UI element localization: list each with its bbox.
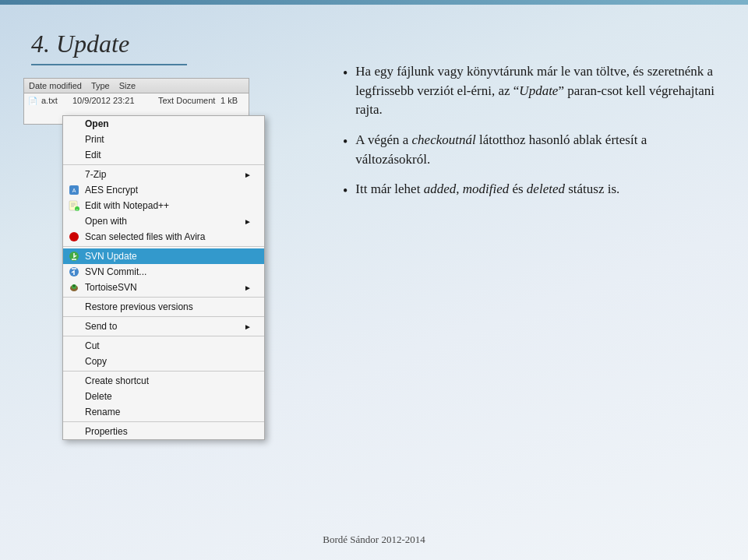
menu-label-aes: AES Encrypt — [85, 185, 138, 195]
menu-label-openwith: Open with — [85, 216, 127, 227]
bullet-symbol-3: • — [343, 181, 348, 201]
menu-item-avira[interactable]: Scan selected files with Avira — [63, 229, 264, 245]
bullet-item-2: • A végén a checkoutnál látotthoz hasonl… — [343, 131, 725, 169]
menu-item-copy[interactable]: Copy — [63, 354, 264, 369]
menu-sep-1 — [63, 164, 264, 165]
arrow-icon: ► — [244, 171, 252, 179]
menu-item-openwith[interactable]: Open with ► — [63, 213, 264, 229]
menu-sep-3 — [63, 297, 264, 298]
menu-item-delete[interactable]: Delete — [63, 389, 264, 404]
col-date: Date modified — [24, 80, 86, 91]
file-size: 1 kB — [221, 96, 238, 105]
menu-sep-2 — [63, 246, 264, 247]
context-menu: Open Print Edit 7-Zip ► A AES Encrypt — [62, 115, 265, 440]
svg-text:A: A — [72, 188, 76, 193]
bullet-symbol-2: • — [343, 132, 348, 152]
menu-label-rename: Rename — [85, 407, 120, 417]
sendto-arrow-icon: ► — [244, 322, 252, 331]
menu-item-edit[interactable]: Edit — [63, 147, 264, 163]
bullet-text-3: Itt már lehet added, modified és deleted… — [355, 180, 725, 199]
openwith-arrow-icon: ► — [244, 217, 252, 226]
menu-item-properties[interactable]: Properties — [63, 424, 264, 439]
file-type: Text Document — [158, 96, 221, 105]
menu-label-svn-update: SVN Update — [85, 251, 137, 262]
menu-item-open[interactable]: Open — [63, 116, 264, 132]
file-name: a.txt — [41, 96, 72, 105]
col-size: Size — [115, 80, 140, 91]
menu-label-print: Print — [85, 134, 104, 145]
menu-label-edit: Edit — [85, 150, 101, 160]
svg-text:+: + — [76, 207, 79, 212]
menu-label-delete: Delete — [85, 391, 112, 402]
menu-item-aes[interactable]: A AES Encrypt — [63, 182, 264, 198]
slide-title: 4. Update — [31, 30, 129, 58]
top-decorative-bar — [0, 0, 748, 5]
menu-label-avira: Scan selected files with Avira — [85, 231, 206, 242]
menu-item-sendto[interactable]: Send to ► — [63, 319, 264, 334]
menu-label-restore: Restore previous versions — [85, 301, 193, 312]
file-date: 10/9/2012 23:21 — [72, 96, 158, 105]
file-row: 📄 a.txt 10/9/2012 23:21 Text Document 1 … — [24, 93, 249, 107]
explorer-header: Date modified Type Size — [24, 79, 249, 93]
menu-item-7zip[interactable]: 7-Zip ► — [63, 167, 264, 182]
bullet-list: • Ha egy fájlunk vagy könyvtárunk már le… — [343, 62, 725, 201]
tortoise-icon — [68, 281, 80, 294]
menu-item-svn-commit[interactable]: SVN Commit... — [63, 264, 264, 280]
menu-sep-6 — [63, 371, 264, 372]
menu-label-tortoisesvn: TortoiseSVN — [85, 282, 137, 293]
tortoise-arrow-icon: ► — [244, 284, 252, 292]
file-icon: 📄 — [27, 95, 38, 106]
menu-label-notepad: Edit with Notepad++ — [85, 200, 169, 211]
svn-update-icon — [68, 250, 80, 262]
title-underline — [31, 64, 187, 65]
menu-item-create-shortcut[interactable]: Create shortcut — [63, 373, 264, 389]
content-area: • Ha egy fájlunk vagy könyvtárunk már le… — [343, 62, 725, 513]
menu-label-open: Open — [85, 118, 109, 129]
menu-label-7zip: 7-Zip — [85, 169, 106, 180]
menu-label-copy: Copy — [85, 356, 107, 367]
menu-label-cut: Cut — [85, 340, 100, 351]
menu-item-print[interactable]: Print — [63, 132, 264, 147]
menu-item-restore[interactable]: Restore previous versions — [63, 299, 264, 315]
menu-label-properties: Properties — [85, 426, 128, 437]
aes-icon: A — [68, 184, 80, 196]
svg-point-14 — [73, 285, 76, 287]
menu-label-create-shortcut: Create shortcut — [85, 375, 149, 386]
footer-text: Bordé Sándor 2012-2014 — [323, 534, 425, 546]
bullet-text-1: Ha egy fájlunk vagy könyvtárunk már le v… — [355, 62, 725, 120]
menu-sep-7 — [63, 421, 264, 422]
bullet-item-1: • Ha egy fájlunk vagy könyvtárunk már le… — [343, 62, 725, 120]
col-type: Type — [86, 80, 115, 91]
svn-commit-icon — [68, 266, 80, 278]
menu-label-svn-commit: SVN Commit... — [85, 266, 146, 277]
menu-sep-4 — [63, 316, 264, 317]
avira-icon — [68, 231, 80, 243]
bullet-item-3: • Itt már lehet added, modified és delet… — [343, 180, 725, 201]
menu-item-svn-update[interactable]: SVN Update — [63, 248, 264, 264]
bullet-text-2: A végén a checkoutnál látotthoz hasonló … — [355, 131, 725, 169]
menu-item-notepad[interactable]: + Edit with Notepad++ — [63, 198, 264, 213]
menu-sep-5 — [63, 336, 264, 336]
menu-item-cut[interactable]: Cut — [63, 338, 264, 354]
menu-label-sendto: Send to — [85, 321, 117, 332]
notepad-icon: + — [68, 199, 80, 212]
menu-item-tortoisesvn[interactable]: TortoiseSVN ► — [63, 280, 264, 295]
menu-item-rename[interactable]: Rename — [63, 404, 264, 420]
bullet-symbol-1: • — [343, 63, 348, 83]
